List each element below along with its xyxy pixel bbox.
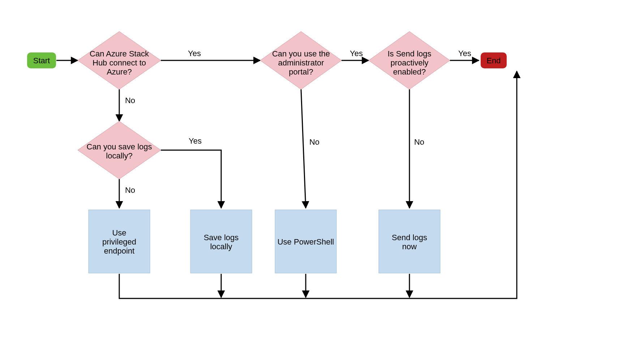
start-node: Start	[27, 52, 56, 68]
label-d4-yes: Yes	[189, 136, 202, 145]
process-save-locally: Save logs locally	[190, 210, 252, 273]
end-label: End	[486, 56, 501, 65]
svg-text:Can you use the: Can you use the	[272, 49, 330, 58]
svg-text:locally: locally	[210, 242, 232, 251]
decision-connect-azure: Can Azure Stack Hub connect to Azure?	[78, 31, 161, 89]
process-use-powershell: Use PowerShell	[275, 210, 336, 273]
decision-save-locally: Can you save logs locally?	[78, 121, 161, 179]
label-d2-yes: Yes	[350, 49, 363, 58]
svg-text:Use: Use	[112, 228, 126, 237]
label-d1-yes: Yes	[188, 49, 201, 58]
svg-text:Send logs: Send logs	[392, 233, 427, 242]
svg-text:portal?: portal?	[289, 67, 313, 76]
svg-text:administrator: administrator	[278, 58, 324, 67]
svg-text:Can Azure Stack: Can Azure Stack	[90, 49, 149, 58]
flowchart-canvas: Start End Can Azure Stack Hub connect to…	[0, 0, 644, 348]
label-d1-no: No	[125, 96, 135, 105]
svg-text:privileged: privileged	[102, 237, 136, 246]
svg-text:Can you save logs: Can you save logs	[87, 142, 152, 151]
start-label: Start	[33, 56, 50, 65]
label-d2-no: No	[309, 137, 319, 147]
decision-proactive-enabled: Is Send logs proactively enabled?	[369, 31, 450, 89]
process-send-logs-now: Send logs now	[379, 210, 440, 273]
label-d3-yes: Yes	[458, 49, 471, 58]
label-d4-no: No	[125, 186, 135, 195]
label-d3-no: No	[414, 137, 424, 147]
end-node: End	[481, 52, 507, 68]
svg-text:Use PowerShell: Use PowerShell	[278, 237, 334, 246]
svg-text:Is Send logs: Is Send logs	[387, 49, 431, 58]
edge-d4-p2	[161, 150, 221, 208]
svg-text:locally?: locally?	[106, 151, 132, 160]
edge-d2-p3	[301, 89, 306, 208]
svg-text:enabled?: enabled?	[393, 67, 426, 76]
decision-admin-portal: Can you use the administrator portal?	[260, 31, 342, 89]
svg-text:endpoint: endpoint	[104, 246, 134, 255]
svg-text:Azure?: Azure?	[107, 67, 132, 76]
process-privileged-endpoint: Use privileged endpoint	[89, 210, 150, 273]
svg-text:Hub connect to: Hub connect to	[93, 58, 146, 67]
svg-text:now: now	[402, 242, 417, 251]
svg-text:proactively: proactively	[390, 58, 428, 67]
svg-text:Save logs: Save logs	[204, 233, 239, 242]
